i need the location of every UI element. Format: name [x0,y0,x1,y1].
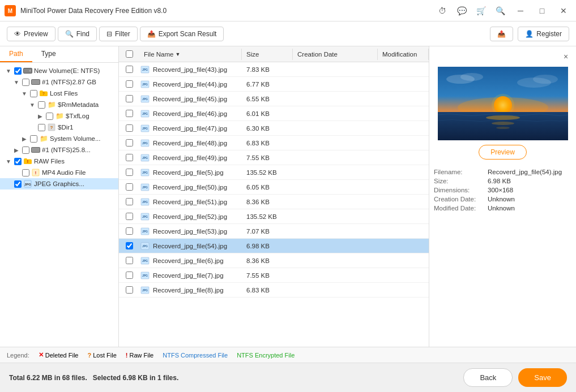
file-panel: File Name ▼ Size Creation Date Modificat… [119,46,429,347]
back-button[interactable]: Back [463,368,513,387]
row-checkbox[interactable] [126,198,133,205]
row-checkbox[interactable] [126,227,133,235]
row-checkbox[interactable] [126,169,133,176]
preview-action-button[interactable]: Preview [479,145,527,160]
table-row[interactable]: JPGRecoverd_jpg_file(7).jpg7.55 KB [119,268,429,283]
file-size: 6.01 KB [242,110,293,117]
table-row[interactable]: JPGRecoverd_jpg_file(6).jpg8.36 KB [119,253,429,268]
tree-checkbox-lost-files[interactable] [30,90,37,97]
info-row-modified: Modified Date: Unknown [434,204,571,213]
svg-rect-11 [32,148,40,152]
search-icon[interactable]: 🔍 [493,4,507,18]
col-header-mod[interactable]: Modification [378,49,429,60]
tree-item-dir1[interactable]: ? $Dir1 [0,122,118,133]
maximize-button[interactable]: □ [534,3,550,19]
tree-checkbox-volume[interactable] [14,67,22,75]
tree-item-volume[interactable]: ▼ New Volume(E: NTFS) [0,65,118,76]
table-row[interactable]: JPGRecoverd_jpg_file(49).jpg7.55 KB [119,150,429,165]
tree-checkbox-rmmetadata[interactable] [38,101,45,109]
table-row[interactable]: JPGRecoverd_jpg_file(50).jpg6.05 KB [119,180,429,195]
tree-item-rmmetadata[interactable]: ▼ 📁 $RmMetadata [0,99,118,110]
minimize-button[interactable]: ─ [513,3,528,19]
row-checkbox[interactable] [126,95,133,102]
table-row[interactable]: JPGRecoverd_jpg_file(43).jpg7.83 KB [119,62,429,77]
tree-checkbox-jpeg[interactable] [14,180,22,188]
table-row[interactable]: JPGRecoverd_jpg_file(45).jpg6.55 KB [119,92,429,106]
svg-rect-6 [32,80,40,84]
tree-checkbox-system-volume[interactable] [30,135,37,143]
lost-label: Lost File [93,352,117,359]
register-button[interactable]: 👤 Register [518,27,569,41]
find-button[interactable]: 🔍 Find [58,27,97,41]
tree-item-mp4[interactable]: ! MP4 Audio File [0,167,118,178]
tree-toggle[interactable]: ▼ [28,101,36,109]
tree-item-system-volume[interactable]: ▶ 📁 System Volume... [0,133,118,144]
table-row[interactable]: JPGRecoverd_jpg_file(8).jpg6.83 KB [119,283,429,298]
col-header-date[interactable]: Creation Date [293,49,378,60]
tree-item-partition1[interactable]: ▼ #1 (NTFS)2.87 GB [0,76,118,88]
tree-toggle[interactable]: ▶ [20,135,28,143]
export-button[interactable]: 📤 Export Scan Result [140,27,224,41]
table-row[interactable]: JPGRecoverd_jpg_file(53).jpg7.07 KB [119,224,429,239]
table-row[interactable]: JPGRecoverd_jpg_file(47).jpg6.30 KB [119,121,429,136]
table-row[interactable]: JPGRecoverd_jpg_file(51).jpg8.36 KB [119,195,429,209]
tree-toggle[interactable]: ▶ [12,146,20,154]
creation-date-value: Unknown [488,196,571,203]
preview-btn-container: Preview [434,145,571,160]
tab-type[interactable]: Type [32,46,65,62]
tree-item-partition2[interactable]: ▶ #1 (NTFS)25.8... [0,144,118,156]
share-button[interactable]: 📤 [490,27,513,41]
deleted-label: Deleted File [45,352,79,359]
table-row[interactable]: JPGRecoverd_jpg_file(52).jpg135.52 KB [119,209,429,224]
table-row[interactable]: JPGRecoverd_jpg_file(48).jpg6.83 KB [119,136,429,150]
tree-toggle[interactable]: ▼ [5,67,12,75]
row-checkbox[interactable] [126,154,133,161]
row-checkbox[interactable] [126,124,133,132]
save-button[interactable]: Save [518,368,567,387]
tree-checkbox-mp4[interactable] [22,169,29,176]
col-size-label: Size [246,51,259,58]
tree-checkbox-dir1[interactable] [38,124,45,131]
row-checkbox[interactable] [126,257,133,264]
tree-checkbox-txflog[interactable] [46,113,53,120]
chat-icon[interactable]: 💬 [455,4,468,18]
col-header-size[interactable]: Size [242,49,293,60]
cart-icon[interactable]: 🛒 [474,4,488,18]
tree-toggle[interactable]: ▼ [5,157,12,165]
preview-button[interactable]: 👁 Preview [7,27,56,41]
tree-checkbox-raw-files[interactable] [14,158,22,165]
table-row[interactable]: JPGRecoverd_jpg_file(46).jpg6.01 KB [119,106,429,121]
tree-toggle[interactable]: ▼ [12,78,20,86]
row-checkbox[interactable] [126,183,133,191]
tree-toggle[interactable]: ▶ [36,112,44,120]
close-button[interactable]: ✕ [556,3,571,19]
tree-toggle-spacer [5,180,12,188]
file-type-icon: JPG [139,154,151,162]
tree-item-lost-files[interactable]: ▼ ? Lost Files [0,88,118,99]
row-checkbox[interactable] [126,80,133,88]
row-checkbox[interactable] [126,213,133,220]
clock-icon[interactable]: ⏱ [436,4,449,18]
filter-button[interactable]: ⊟ Filter [99,27,138,41]
tree-checkbox-partition2[interactable] [22,147,29,154]
tree-item-jpeg[interactable]: JPG JPEG Graphics... [0,178,118,189]
table-row[interactable]: JPGRecoverd_jpg_file(5).jpg135.52 KB [119,165,429,180]
row-checkbox[interactable] [126,286,133,294]
row-checkbox[interactable] [126,139,133,147]
table-row[interactable]: JPGRecoverd_jpg_file(54).jpg6.98 KB [119,239,429,253]
tree-toggle[interactable]: ▼ [20,89,28,97]
tree-item-txflog[interactable]: ▶ 📁 $TxfLog [0,110,118,122]
row-checkbox[interactable] [126,66,133,73]
row-checkbox[interactable] [126,272,133,279]
table-row[interactable]: JPGRecoverd_jpg_file(44).jpg6.77 KB [119,77,429,92]
select-all-checkbox[interactable] [126,50,133,58]
col-header-name[interactable]: File Name ▼ [139,49,242,60]
register-label: Register [536,30,562,38]
tree-item-raw-files[interactable]: ▼ ! RAW Files [0,156,118,167]
tab-path[interactable]: Path [0,46,32,62]
preview-close-button[interactable]: × [560,51,571,62]
row-checkbox[interactable] [126,242,133,249]
row-checkbox-cell [119,213,139,220]
tree-checkbox-partition1[interactable] [22,79,29,86]
row-checkbox[interactable] [126,110,133,117]
